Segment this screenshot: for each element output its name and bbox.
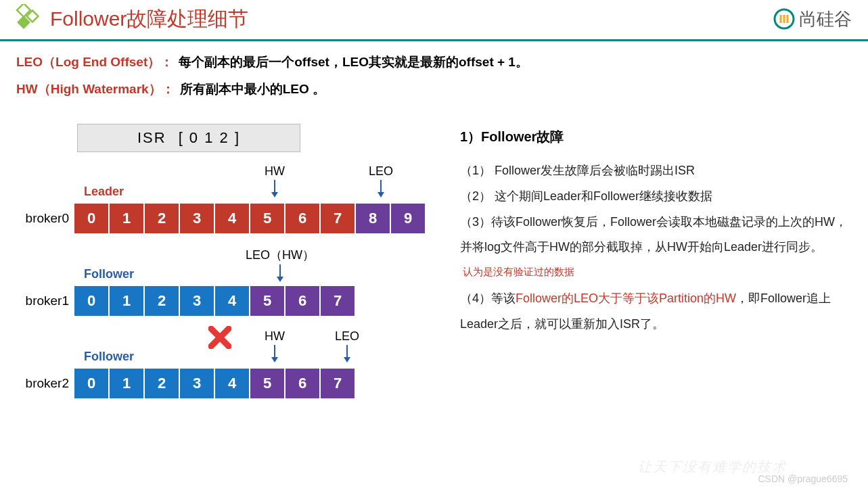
cell: 6 bbox=[285, 369, 319, 398]
explain-p1: （1） Follower发生故障后会被临时踢出ISR bbox=[460, 158, 852, 184]
broker2-group: Follower HW LEO broker2 0 1 2 bbox=[16, 329, 436, 398]
logo-right: 尚硅谷 bbox=[773, 7, 852, 31]
isr-label: ISR bbox=[137, 129, 166, 147]
cell: 6 bbox=[285, 286, 319, 316]
page-title: Follower故障处理细节 bbox=[50, 5, 773, 33]
def-hw-term: HW（High Watermark）： bbox=[16, 80, 175, 98]
leader-label: Leader bbox=[84, 185, 124, 199]
def-hw: HW（High Watermark）： 所有副本中最小的LEO 。 bbox=[16, 80, 852, 98]
brand-text: 尚硅谷 bbox=[799, 7, 852, 31]
cell: 5 bbox=[250, 204, 284, 233]
main-content: ISR [ 0 1 2 ] Leader HW LEO broker0 bbox=[0, 113, 868, 412]
arrow-down-icon bbox=[269, 180, 280, 197]
diagram-area: ISR [ 0 1 2 ] Leader HW LEO broker0 bbox=[16, 124, 436, 412]
broker2-cells: 0 1 2 3 4 5 6 7 bbox=[74, 369, 355, 398]
cell: 2 bbox=[145, 369, 179, 398]
broker0-cells: 0 1 2 3 4 5 6 7 8 9 bbox=[74, 204, 425, 233]
brand-icon bbox=[773, 8, 795, 30]
cell: 4 bbox=[215, 286, 249, 316]
broker0-row: broker0 0 1 2 3 4 5 6 7 8 9 bbox=[16, 204, 436, 233]
broker2-label: broker2 bbox=[16, 376, 74, 391]
cell: 0 bbox=[74, 286, 108, 316]
header: Follower故障处理细节 尚硅谷 bbox=[0, 0, 868, 41]
cell: 2 bbox=[145, 286, 179, 316]
arrow-down-icon bbox=[375, 180, 386, 197]
cell: 6 bbox=[285, 204, 319, 233]
cell: 2 bbox=[145, 204, 179, 233]
cell: 8 bbox=[356, 204, 390, 233]
isr-content: [ 0 1 2 ] bbox=[179, 129, 240, 147]
broker0-label: broker0 bbox=[16, 211, 74, 226]
inline-red: Follower的LEO大于等于该Partition的HW bbox=[516, 291, 736, 305]
cell: 7 bbox=[321, 204, 355, 233]
leo-marker: LEO bbox=[369, 164, 393, 197]
watermark-csdn: CSDN @prague6695 bbox=[758, 473, 848, 484]
svg-marker-7 bbox=[378, 192, 384, 197]
cell: 7 bbox=[321, 286, 355, 316]
svg-marker-13 bbox=[344, 357, 350, 363]
arrow-down-icon bbox=[275, 264, 285, 282]
cell: 9 bbox=[391, 204, 425, 233]
cell: 1 bbox=[110, 286, 143, 316]
def-leo-term: LEO（Log End Offset）： bbox=[16, 53, 173, 71]
hw-marker: HW bbox=[265, 329, 285, 363]
cell: 3 bbox=[180, 286, 214, 316]
cell: 1 bbox=[110, 369, 143, 398]
logo-left-icon bbox=[9, 4, 39, 34]
svg-marker-9 bbox=[277, 277, 283, 282]
red-annotation: 认为是没有验证过的数据 bbox=[463, 261, 574, 283]
explain-p4: （4）等该Follower的LEO大于等于该Partition的HW，即Foll… bbox=[460, 286, 852, 337]
svg-marker-11 bbox=[271, 357, 278, 363]
cell: 5 bbox=[250, 369, 284, 398]
cell: 0 bbox=[74, 204, 108, 233]
definitions: LEO（Log End Offset）： 每个副本的最后一个offset，LEO… bbox=[0, 41, 868, 113]
follower-label: Follower bbox=[84, 267, 134, 281]
explanation: 1）Follower故障 （1） Follower发生故障后会被临时踢出ISR … bbox=[460, 124, 852, 412]
broker2-row: broker2 0 1 2 3 4 5 6 7 bbox=[16, 369, 436, 398]
def-hw-desc: 所有副本中最小的LEO 。 bbox=[180, 80, 325, 98]
cell: 0 bbox=[74, 369, 108, 398]
arrow-down-icon bbox=[269, 345, 280, 363]
svg-marker-5 bbox=[271, 192, 278, 197]
explain-p2: （2） 这个期间Leader和Follower继续接收数据 bbox=[460, 184, 852, 210]
leo-marker: LEO bbox=[335, 329, 359, 363]
def-leo: LEO（Log End Offset）： 每个副本的最后一个offset，LEO… bbox=[16, 53, 852, 71]
broker0-group: Leader HW LEO broker0 0 1 2 3 4 bbox=[16, 164, 436, 233]
explain-p3: （3）待该Follower恢复后，Follower会读取本地磁盘记录的上次的HW… bbox=[460, 210, 852, 286]
explain-heading: 1）Follower故障 bbox=[460, 128, 852, 146]
isr-box: ISR [ 0 1 2 ] bbox=[77, 124, 300, 152]
cell: 4 bbox=[215, 369, 249, 398]
broker1-cells: 0 1 2 3 4 5 6 7 bbox=[74, 286, 355, 316]
cell: 3 bbox=[180, 204, 214, 233]
follower-label: Follower bbox=[84, 350, 134, 364]
def-leo-desc: 每个副本的最后一个offset，LEO其实就是最新的offset + 1。 bbox=[179, 53, 528, 71]
leo-hw-marker: LEO（HW） bbox=[246, 247, 315, 282]
cell: 7 bbox=[321, 369, 355, 398]
cell: 3 bbox=[180, 369, 214, 398]
hw-marker: HW bbox=[265, 164, 285, 197]
broker1-group: Follower LEO（HW） broker1 0 1 2 3 4 5 6 7 bbox=[16, 247, 436, 316]
cell: 4 bbox=[215, 204, 249, 233]
broker1-label: broker1 bbox=[16, 294, 74, 308]
arrow-down-icon bbox=[342, 345, 352, 363]
cell: 5 bbox=[250, 286, 284, 316]
broker1-row: broker1 0 1 2 3 4 5 6 7 bbox=[16, 286, 436, 316]
cross-icon bbox=[208, 326, 231, 349]
cell: 1 bbox=[110, 204, 143, 233]
